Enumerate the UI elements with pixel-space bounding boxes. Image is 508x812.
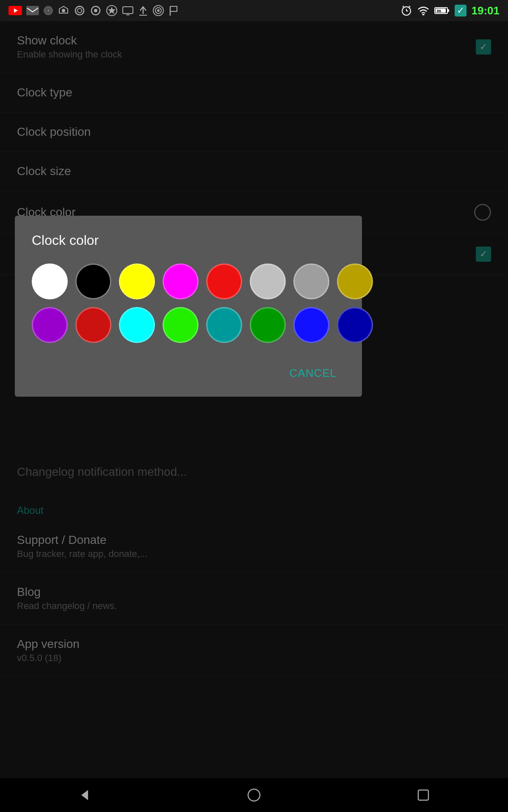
dialog-actions: CANCEL	[32, 358, 345, 384]
color-green[interactable]	[163, 307, 199, 343]
color-magenta[interactable]	[163, 263, 199, 299]
color-dark-green[interactable]	[250, 307, 286, 343]
youtube-icon	[8, 6, 22, 15]
cancel-button[interactable]: CANCEL	[281, 362, 345, 384]
screen-icon	[122, 5, 134, 16]
svg-rect-2	[26, 6, 39, 15]
flag-icon	[168, 5, 179, 16]
wifi-icon	[417, 6, 429, 15]
svg-point-11	[94, 9, 97, 12]
color-yellow[interactable]	[119, 263, 155, 299]
svg-point-8	[77, 8, 82, 13]
color-gray[interactable]	[293, 263, 329, 299]
svg-rect-34	[418, 790, 428, 800]
battery-icon: 86	[434, 6, 450, 15]
color-olive[interactable]	[337, 263, 373, 299]
color-cyan[interactable]	[119, 307, 155, 343]
svg-point-6	[62, 9, 65, 12]
target-icon	[152, 5, 164, 16]
music-icon	[43, 5, 53, 16]
svg-text:86: 86	[437, 9, 441, 13]
clock-color-dialog: Clock color CANCEL	[15, 216, 362, 397]
svg-point-7	[75, 6, 84, 15]
svg-line-26	[409, 6, 410, 7]
color-dark-red[interactable]	[75, 307, 111, 343]
color-light-gray[interactable]	[250, 263, 286, 299]
home-button[interactable]	[245, 786, 263, 804]
settings-background: Show clock Enable showing the clock Cloc…	[0, 21, 508, 778]
svg-rect-29	[447, 9, 449, 12]
settings-icon	[90, 5, 102, 16]
svg-rect-14	[123, 7, 133, 14]
color-black[interactable]	[75, 263, 111, 299]
status-right: 86 19:01	[400, 4, 500, 17]
color-purple[interactable]	[32, 307, 68, 343]
show-clock-status-checkbox	[455, 5, 467, 16]
camera-icon	[74, 5, 86, 16]
nav-bar	[0, 778, 508, 812]
upload-icon	[138, 5, 148, 16]
dialog-overlay	[0, 21, 508, 778]
back-button[interactable]	[76, 786, 94, 804]
svg-line-25	[403, 6, 404, 7]
color-blue[interactable]	[293, 307, 329, 343]
svg-point-20	[157, 9, 160, 12]
status-time: 19:01	[472, 4, 500, 17]
svg-point-27	[422, 14, 424, 16]
color-teal[interactable]	[206, 307, 242, 343]
svg-point-33	[248, 789, 260, 801]
repost-icon	[58, 5, 69, 16]
dialog-title: Clock color	[32, 233, 345, 248]
status-icons	[8, 5, 179, 16]
alarm-icon	[400, 5, 412, 16]
star-icon	[106, 5, 118, 16]
gmail-icon	[26, 6, 39, 15]
svg-marker-13	[108, 7, 116, 14]
recent-button[interactable]	[414, 786, 432, 804]
color-white[interactable]	[32, 263, 68, 299]
color-grid	[32, 263, 345, 343]
svg-point-5	[47, 10, 49, 11]
svg-marker-32	[81, 790, 88, 800]
color-red[interactable]	[206, 263, 242, 299]
color-dark-blue[interactable]	[337, 307, 373, 343]
status-bar: 86 19:01	[0, 0, 508, 21]
